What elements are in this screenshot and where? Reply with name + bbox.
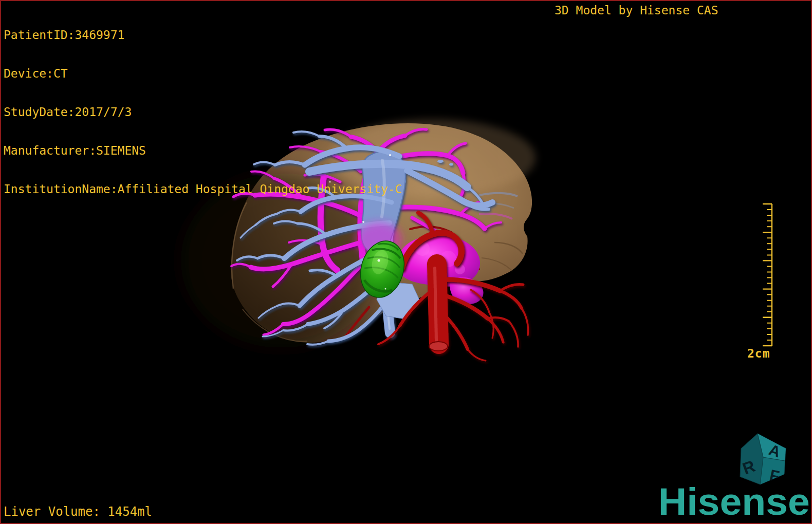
scale-label: 2cm	[747, 347, 770, 360]
scale-ruler	[756, 201, 778, 354]
viewer-frame: PatientID:3469971 Device:CT StudyDate:20…	[0, 0, 812, 524]
orientation-cube[interactable]: R A F	[737, 431, 790, 488]
patient-info: PatientID:3469971 Device:CT StudyDate:20…	[4, 3, 402, 221]
ruler-minor-ticks	[767, 210, 772, 340]
watermark: 3D Model by Hisense CAS	[555, 4, 718, 17]
institution-line: InstitutionName:Affiliated Hospital Qing…	[4, 183, 402, 196]
manufacturer-line: Manufacturer:SIEMENS	[4, 144, 402, 157]
study-date-line: StudyDate:2017/7/3	[4, 106, 402, 119]
hisense-logo: Hisense	[658, 483, 810, 521]
patient-id-line: PatientID:3469971	[4, 29, 402, 42]
liver-volume-label: Liver Volume: 1454ml	[4, 505, 152, 518]
device-line: Device:CT	[4, 67, 402, 80]
ruler-major-ticks	[763, 204, 772, 346]
